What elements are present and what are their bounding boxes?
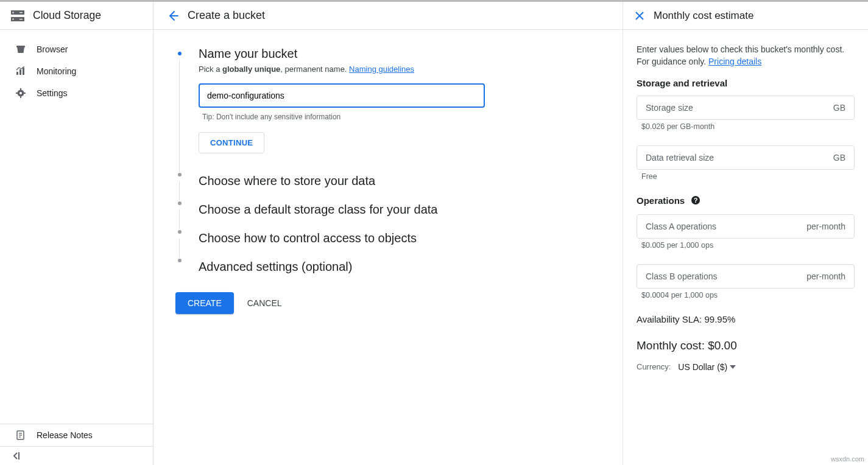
naming-guidelines-link[interactable]: Naming guidelines bbox=[349, 65, 414, 74]
chart-icon bbox=[15, 66, 27, 76]
svg-rect-6 bbox=[16, 46, 25, 47]
step-title: Choose how to control access to objects bbox=[199, 224, 601, 253]
svg-rect-2 bbox=[13, 12, 14, 13]
cost-estimate-panel: Monthly cost estimate Enter values below… bbox=[623, 2, 868, 465]
svg-point-11 bbox=[19, 92, 22, 94]
sidebar-nav: Browser Monitoring Settings bbox=[0, 30, 153, 424]
currency-select[interactable]: US Dollar ($) bbox=[678, 362, 736, 372]
step-access-control[interactable]: Choose how to control access to objects bbox=[175, 224, 601, 253]
svg-rect-12 bbox=[20, 88, 21, 90]
actions-row: CREATE CANCEL bbox=[175, 292, 601, 314]
unit-label: GB bbox=[833, 153, 845, 163]
bucket-name-input[interactable] bbox=[199, 83, 485, 108]
svg-rect-9 bbox=[23, 68, 24, 75]
unit-label: per-month bbox=[806, 222, 845, 231]
sidebar-item-browser[interactable]: Browser bbox=[0, 38, 153, 60]
main: Create a bucket Name your bucket Pick a … bbox=[153, 2, 623, 465]
operations-heading-row: Operations ? bbox=[637, 195, 855, 206]
watermark: wsxdn.com bbox=[831, 455, 864, 463]
sidebar-header: Cloud Storage bbox=[0, 2, 153, 30]
panel-title: Monthly cost estimate bbox=[654, 10, 753, 22]
sidebar-bottom: Release Notes bbox=[0, 424, 153, 465]
bucket-icon bbox=[15, 44, 27, 54]
content: Name your bucket Pick a globally unique,… bbox=[153, 30, 623, 330]
step-title: Choose a default storage class for your … bbox=[199, 195, 601, 224]
currency-value: US Dollar ($) bbox=[678, 362, 727, 372]
sidebar-item-monitoring[interactable]: Monitoring bbox=[0, 60, 153, 82]
class-a-rate: $0.005 per 1,000 ops bbox=[641, 241, 855, 250]
close-icon bbox=[634, 10, 645, 21]
create-button[interactable]: CREATE bbox=[175, 292, 234, 314]
product-title: Cloud Storage bbox=[33, 9, 101, 22]
svg-rect-4 bbox=[13, 18, 14, 19]
retrieval-size-input[interactable]: Data retrieval size GB bbox=[637, 145, 855, 170]
step-connector bbox=[179, 60, 180, 172]
step-bullet bbox=[178, 230, 182, 234]
close-panel-button[interactable] bbox=[634, 10, 645, 21]
storage-rate: $0.026 per GB-month bbox=[641, 122, 855, 131]
sidebar-item-label: Release Notes bbox=[37, 430, 93, 440]
unit-label: GB bbox=[833, 103, 845, 113]
window-top-border bbox=[0, 0, 868, 2]
continue-button[interactable]: CONTINUE bbox=[199, 132, 264, 153]
placeholder: Storage size bbox=[646, 103, 693, 113]
sidebar-item-settings[interactable]: Settings bbox=[0, 82, 153, 104]
availability-sla: Availability SLA: 99.95% bbox=[637, 314, 855, 324]
svg-rect-15 bbox=[24, 93, 26, 94]
currency-row: Currency: US Dollar ($) bbox=[637, 362, 855, 372]
sidebar-item-release-notes[interactable]: Release Notes bbox=[0, 424, 153, 446]
cancel-button[interactable]: CANCEL bbox=[247, 298, 282, 308]
sidebar-collapse-button[interactable] bbox=[0, 446, 153, 465]
unit-label: per-month bbox=[806, 271, 845, 281]
currency-label: Currency: bbox=[637, 362, 671, 371]
text-bold: globally unique bbox=[222, 65, 280, 74]
text: , permanent name. bbox=[280, 65, 349, 74]
sidebar-item-label: Monitoring bbox=[37, 66, 76, 76]
intro-text: Enter values below to check this bucket'… bbox=[637, 43, 855, 68]
step-bullet bbox=[178, 173, 182, 177]
sidebar: Cloud Storage Browser Monitoring Setting… bbox=[0, 2, 153, 465]
svg-rect-3 bbox=[19, 12, 23, 13]
storage-size-input[interactable]: Storage size GB bbox=[637, 96, 855, 120]
svg-rect-13 bbox=[20, 96, 21, 98]
step-bullet bbox=[178, 259, 182, 262]
step-storage-class[interactable]: Choose a default storage class for your … bbox=[175, 195, 601, 224]
step-bullet-active bbox=[178, 52, 182, 55]
step-title: Advanced settings (optional) bbox=[199, 253, 601, 281]
placeholder: Class A operations bbox=[646, 222, 716, 231]
back-button[interactable] bbox=[167, 10, 179, 22]
collapse-icon bbox=[12, 452, 22, 460]
step-title: Choose where to store your data bbox=[199, 167, 601, 195]
monthly-cost: Monthly cost: $0.00 bbox=[637, 339, 855, 352]
chevron-down-icon bbox=[730, 365, 736, 369]
step-name-bucket: Name your bucket Pick a globally unique,… bbox=[175, 46, 601, 167]
step-choose-location[interactable]: Choose where to store your data bbox=[175, 167, 601, 195]
svg-rect-8 bbox=[19, 69, 21, 75]
text: Pick a bbox=[199, 65, 222, 74]
sidebar-item-label: Browser bbox=[37, 44, 68, 54]
step-bullet bbox=[178, 201, 182, 205]
retrieval-rate: Free bbox=[641, 172, 855, 181]
svg-rect-7 bbox=[16, 72, 18, 75]
class-b-input[interactable]: Class B operations per-month bbox=[637, 264, 855, 288]
class-a-input[interactable]: Class A operations per-month bbox=[637, 214, 855, 239]
cloud-storage-icon bbox=[11, 10, 24, 21]
storage-section-heading: Storage and retrieval bbox=[637, 78, 855, 88]
input-tip: Tip: Don't include any sensitive informa… bbox=[202, 113, 601, 121]
layout: Cloud Storage Browser Monitoring Setting… bbox=[0, 0, 868, 465]
main-header: Create a bucket bbox=[153, 2, 623, 30]
step-advanced[interactable]: Advanced settings (optional) bbox=[175, 253, 601, 281]
svg-rect-14 bbox=[16, 93, 18, 94]
placeholder: Class B operations bbox=[646, 271, 718, 281]
pricing-details-link[interactable]: Pricing details bbox=[708, 57, 761, 66]
help-icon[interactable]: ? bbox=[691, 195, 700, 205]
svg-rect-5 bbox=[19, 19, 23, 19]
sidebar-item-label: Settings bbox=[37, 88, 68, 98]
operations-heading: Operations bbox=[637, 195, 685, 206]
svg-text:?: ? bbox=[694, 197, 698, 204]
step-title: Name your bucket bbox=[199, 46, 601, 65]
gear-icon bbox=[15, 88, 27, 98]
placeholder: Data retrieval size bbox=[646, 153, 714, 163]
panel-header: Monthly cost estimate bbox=[623, 2, 868, 30]
page-title: Create a bucket bbox=[188, 9, 265, 22]
